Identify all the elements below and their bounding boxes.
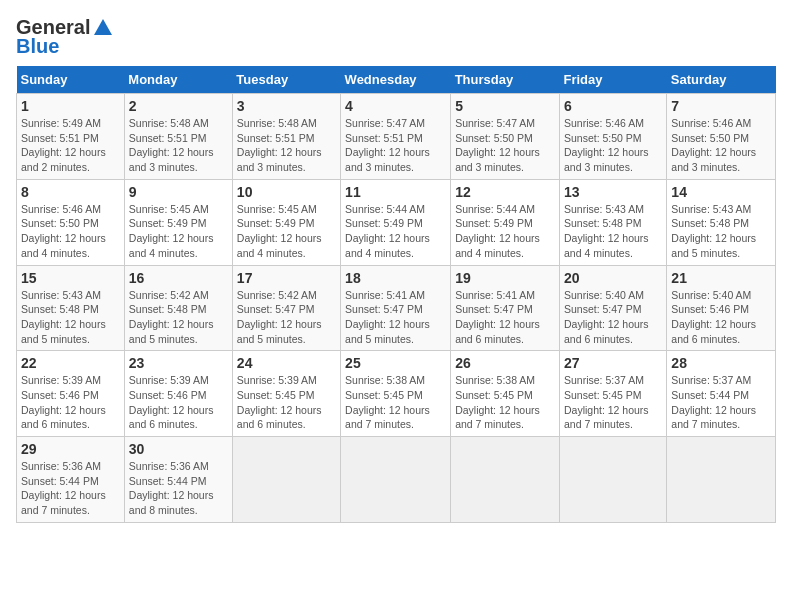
day-info: Sunrise: 5:37 AMSunset: 5:44 PMDaylight:… xyxy=(671,373,771,432)
logo-icon xyxy=(92,17,114,39)
day-number: 14 xyxy=(671,184,771,200)
day-number: 18 xyxy=(345,270,446,286)
calendar-cell: 13Sunrise: 5:43 AMSunset: 5:48 PMDayligh… xyxy=(559,179,666,265)
day-info: Sunrise: 5:42 AMSunset: 5:47 PMDaylight:… xyxy=(237,288,336,347)
day-info: Sunrise: 5:49 AMSunset: 5:51 PMDaylight:… xyxy=(21,116,120,175)
day-header-sunday: Sunday xyxy=(17,66,125,94)
calendar-cell: 2Sunrise: 5:48 AMSunset: 5:51 PMDaylight… xyxy=(124,94,232,180)
day-info: Sunrise: 5:40 AMSunset: 5:47 PMDaylight:… xyxy=(564,288,662,347)
day-number: 1 xyxy=(21,98,120,114)
calendar-cell: 18Sunrise: 5:41 AMSunset: 5:47 PMDayligh… xyxy=(341,265,451,351)
day-number: 4 xyxy=(345,98,446,114)
calendar-cell xyxy=(451,437,560,523)
day-info: Sunrise: 5:45 AMSunset: 5:49 PMDaylight:… xyxy=(129,202,228,261)
day-info: Sunrise: 5:38 AMSunset: 5:45 PMDaylight:… xyxy=(345,373,446,432)
day-number: 17 xyxy=(237,270,336,286)
day-info: Sunrise: 5:43 AMSunset: 5:48 PMDaylight:… xyxy=(671,202,771,261)
day-number: 13 xyxy=(564,184,662,200)
calendar-cell: 22Sunrise: 5:39 AMSunset: 5:46 PMDayligh… xyxy=(17,351,125,437)
day-number: 9 xyxy=(129,184,228,200)
day-header-saturday: Saturday xyxy=(667,66,776,94)
day-header-monday: Monday xyxy=(124,66,232,94)
calendar-cell: 10Sunrise: 5:45 AMSunset: 5:49 PMDayligh… xyxy=(232,179,340,265)
calendar-cell: 21Sunrise: 5:40 AMSunset: 5:46 PMDayligh… xyxy=(667,265,776,351)
day-info: Sunrise: 5:36 AMSunset: 5:44 PMDaylight:… xyxy=(129,459,228,518)
day-number: 24 xyxy=(237,355,336,371)
day-number: 3 xyxy=(237,98,336,114)
calendar-week-5: 29Sunrise: 5:36 AMSunset: 5:44 PMDayligh… xyxy=(17,437,776,523)
calendar-cell: 17Sunrise: 5:42 AMSunset: 5:47 PMDayligh… xyxy=(232,265,340,351)
day-number: 5 xyxy=(455,98,555,114)
calendar-header: SundayMondayTuesdayWednesdayThursdayFrid… xyxy=(17,66,776,94)
day-number: 26 xyxy=(455,355,555,371)
calendar-cell: 24Sunrise: 5:39 AMSunset: 5:45 PMDayligh… xyxy=(232,351,340,437)
day-header-wednesday: Wednesday xyxy=(341,66,451,94)
day-info: Sunrise: 5:39 AMSunset: 5:46 PMDaylight:… xyxy=(21,373,120,432)
calendar-cell: 30Sunrise: 5:36 AMSunset: 5:44 PMDayligh… xyxy=(124,437,232,523)
day-number: 23 xyxy=(129,355,228,371)
day-number: 10 xyxy=(237,184,336,200)
day-info: Sunrise: 5:40 AMSunset: 5:46 PMDaylight:… xyxy=(671,288,771,347)
calendar-cell: 11Sunrise: 5:44 AMSunset: 5:49 PMDayligh… xyxy=(341,179,451,265)
day-number: 16 xyxy=(129,270,228,286)
day-number: 28 xyxy=(671,355,771,371)
calendar-cell: 12Sunrise: 5:44 AMSunset: 5:49 PMDayligh… xyxy=(451,179,560,265)
calendar-cell: 4Sunrise: 5:47 AMSunset: 5:51 PMDaylight… xyxy=(341,94,451,180)
day-number: 25 xyxy=(345,355,446,371)
day-info: Sunrise: 5:43 AMSunset: 5:48 PMDaylight:… xyxy=(564,202,662,261)
day-info: Sunrise: 5:39 AMSunset: 5:46 PMDaylight:… xyxy=(129,373,228,432)
day-info: Sunrise: 5:46 AMSunset: 5:50 PMDaylight:… xyxy=(564,116,662,175)
calendar-week-2: 8Sunrise: 5:46 AMSunset: 5:50 PMDaylight… xyxy=(17,179,776,265)
day-info: Sunrise: 5:48 AMSunset: 5:51 PMDaylight:… xyxy=(129,116,228,175)
day-info: Sunrise: 5:45 AMSunset: 5:49 PMDaylight:… xyxy=(237,202,336,261)
calendar-cell: 9Sunrise: 5:45 AMSunset: 5:49 PMDaylight… xyxy=(124,179,232,265)
day-number: 19 xyxy=(455,270,555,286)
calendar-cell: 3Sunrise: 5:48 AMSunset: 5:51 PMDaylight… xyxy=(232,94,340,180)
calendar-cell: 25Sunrise: 5:38 AMSunset: 5:45 PMDayligh… xyxy=(341,351,451,437)
day-number: 21 xyxy=(671,270,771,286)
calendar-cell: 19Sunrise: 5:41 AMSunset: 5:47 PMDayligh… xyxy=(451,265,560,351)
day-info: Sunrise: 5:41 AMSunset: 5:47 PMDaylight:… xyxy=(455,288,555,347)
calendar-cell: 23Sunrise: 5:39 AMSunset: 5:46 PMDayligh… xyxy=(124,351,232,437)
calendar-cell: 20Sunrise: 5:40 AMSunset: 5:47 PMDayligh… xyxy=(559,265,666,351)
calendar-week-4: 22Sunrise: 5:39 AMSunset: 5:46 PMDayligh… xyxy=(17,351,776,437)
day-number: 20 xyxy=(564,270,662,286)
calendar-cell: 14Sunrise: 5:43 AMSunset: 5:48 PMDayligh… xyxy=(667,179,776,265)
svg-marker-0 xyxy=(94,19,112,35)
day-header-tuesday: Tuesday xyxy=(232,66,340,94)
day-info: Sunrise: 5:43 AMSunset: 5:48 PMDaylight:… xyxy=(21,288,120,347)
calendar-cell: 27Sunrise: 5:37 AMSunset: 5:45 PMDayligh… xyxy=(559,351,666,437)
day-number: 12 xyxy=(455,184,555,200)
calendar-cell: 7Sunrise: 5:46 AMSunset: 5:50 PMDaylight… xyxy=(667,94,776,180)
day-info: Sunrise: 5:37 AMSunset: 5:45 PMDaylight:… xyxy=(564,373,662,432)
calendar-week-3: 15Sunrise: 5:43 AMSunset: 5:48 PMDayligh… xyxy=(17,265,776,351)
calendar-week-1: 1Sunrise: 5:49 AMSunset: 5:51 PMDaylight… xyxy=(17,94,776,180)
day-number: 6 xyxy=(564,98,662,114)
day-header-friday: Friday xyxy=(559,66,666,94)
calendar-cell xyxy=(341,437,451,523)
calendar-cell xyxy=(559,437,666,523)
calendar-cell: 16Sunrise: 5:42 AMSunset: 5:48 PMDayligh… xyxy=(124,265,232,351)
calendar-cell xyxy=(667,437,776,523)
calendar-cell: 1Sunrise: 5:49 AMSunset: 5:51 PMDaylight… xyxy=(17,94,125,180)
calendar-cell: 29Sunrise: 5:36 AMSunset: 5:44 PMDayligh… xyxy=(17,437,125,523)
day-number: 27 xyxy=(564,355,662,371)
day-number: 30 xyxy=(129,441,228,457)
day-info: Sunrise: 5:46 AMSunset: 5:50 PMDaylight:… xyxy=(21,202,120,261)
day-info: Sunrise: 5:47 AMSunset: 5:50 PMDaylight:… xyxy=(455,116,555,175)
calendar-cell: 28Sunrise: 5:37 AMSunset: 5:44 PMDayligh… xyxy=(667,351,776,437)
calendar-cell: 15Sunrise: 5:43 AMSunset: 5:48 PMDayligh… xyxy=(17,265,125,351)
calendar-cell: 8Sunrise: 5:46 AMSunset: 5:50 PMDaylight… xyxy=(17,179,125,265)
day-number: 11 xyxy=(345,184,446,200)
day-info: Sunrise: 5:41 AMSunset: 5:47 PMDaylight:… xyxy=(345,288,446,347)
day-number: 22 xyxy=(21,355,120,371)
day-info: Sunrise: 5:47 AMSunset: 5:51 PMDaylight:… xyxy=(345,116,446,175)
day-number: 15 xyxy=(21,270,120,286)
day-number: 8 xyxy=(21,184,120,200)
calendar-cell: 6Sunrise: 5:46 AMSunset: 5:50 PMDaylight… xyxy=(559,94,666,180)
calendar-table: SundayMondayTuesdayWednesdayThursdayFrid… xyxy=(16,66,776,523)
day-info: Sunrise: 5:36 AMSunset: 5:44 PMDaylight:… xyxy=(21,459,120,518)
day-info: Sunrise: 5:48 AMSunset: 5:51 PMDaylight:… xyxy=(237,116,336,175)
calendar-cell: 5Sunrise: 5:47 AMSunset: 5:50 PMDaylight… xyxy=(451,94,560,180)
calendar-cell xyxy=(232,437,340,523)
